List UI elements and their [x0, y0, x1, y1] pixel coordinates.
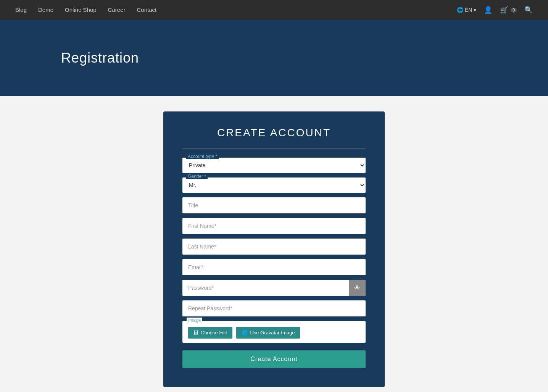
choose-file-button[interactable]: 🖼 Choose File — [188, 327, 232, 339]
password-toggle-button[interactable]: 👁 — [349, 280, 366, 296]
nav-right: 🌐 EN ▾ 👤 🛒0 🔍 — [457, 6, 533, 14]
globe-icon: 🌐 — [457, 7, 463, 13]
nav-blog[interactable]: Blog — [15, 0, 27, 20]
cart-badge: 0 — [511, 8, 517, 13]
title-input[interactable] — [182, 197, 366, 213]
language-selector[interactable]: 🌐 EN ▾ — [457, 7, 476, 13]
navbar: Blog Demo Online Shop Career Contact 🌐 E… — [0, 0, 548, 20]
user-icon[interactable]: 👤 — [484, 6, 492, 14]
gravatar-icon: 🌐 — [242, 330, 248, 336]
gravatar-button[interactable]: 🌐 Use Gravatar Image — [236, 327, 300, 339]
email-input[interactable] — [182, 259, 366, 275]
image-buttons: 🖼 Choose File 🌐 Use Gravatar Image — [188, 327, 360, 339]
image-icon: 🖼 — [193, 330, 198, 336]
cart-icon[interactable]: 🛒0 — [500, 6, 517, 14]
image-group: Image 🖼 Choose File 🌐 Use Gravatar Image — [182, 321, 366, 343]
form-divider — [182, 148, 366, 148]
account-type-label: Account type * — [186, 154, 219, 159]
chevron-down-icon: ▾ — [474, 7, 476, 13]
gender-select[interactable]: Mr. Mrs. Ms. Diverse — [182, 177, 366, 193]
image-label: Image — [187, 318, 202, 323]
nav-career[interactable]: Career — [108, 0, 126, 20]
create-account-button[interactable]: Create Account — [182, 350, 366, 368]
gender-group: Gender * Mr. Mrs. Ms. Diverse — [182, 177, 366, 193]
lang-label: EN — [465, 7, 472, 13]
page-title: Registration — [61, 50, 139, 66]
last-name-input[interactable] — [182, 239, 366, 255]
first-name-input[interactable] — [182, 218, 366, 234]
registration-form-card: CREATE ACCOUNT Account type * Private Bu… — [163, 111, 385, 387]
account-type-group: Account type * Private Business — [182, 158, 366, 173]
search-icon[interactable]: 🔍 — [524, 6, 533, 14]
password-input[interactable] — [182, 280, 366, 296]
choose-file-label: Choose File — [201, 330, 227, 336]
password-group: 👁 — [182, 280, 366, 296]
nav-demo[interactable]: Demo — [38, 0, 53, 20]
hero-section: Registration — [0, 20, 548, 96]
form-heading: CREATE ACCOUNT — [182, 127, 366, 139]
eye-icon: 👁 — [354, 284, 360, 291]
nav-online-shop[interactable]: Online Shop — [65, 0, 97, 20]
nav-contact[interactable]: Contact — [137, 0, 156, 20]
account-type-select[interactable]: Private Business — [182, 158, 366, 173]
gravatar-label: Use Gravatar Image — [250, 330, 295, 336]
main-content: CREATE ACCOUNT Account type * Private Bu… — [0, 96, 548, 392]
gender-label: Gender * — [186, 174, 208, 179]
nav-links: Blog Demo Online Shop Career Contact — [15, 0, 156, 20]
repeat-password-input[interactable] — [182, 300, 366, 316]
